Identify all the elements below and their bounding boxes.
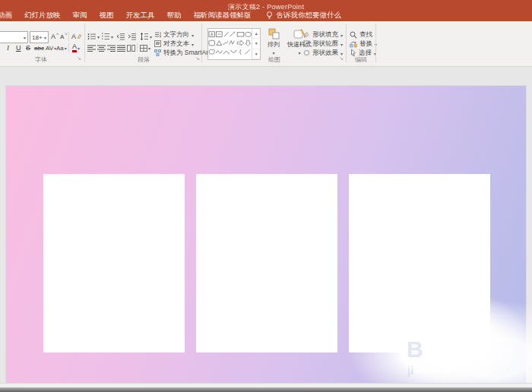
bullet-list-icon	[87, 33, 97, 40]
arrange-icon	[268, 28, 280, 40]
clear-formatting-button[interactable]: A	[71, 31, 82, 42]
dropdown-icon	[78, 44, 80, 52]
columns-button[interactable]	[127, 43, 135, 53]
eraser-icon	[77, 33, 82, 40]
grow-font-button[interactable]: A˄	[51, 31, 59, 42]
divider	[137, 43, 138, 52]
arrange-button[interactable]: 排列	[264, 28, 283, 56]
drawing-group-label: 绘图	[203, 55, 346, 64]
text-direction-label: 文字方向	[163, 30, 189, 40]
strikethrough-glyph: S	[26, 44, 30, 52]
replace-icon	[350, 40, 357, 48]
tab-review[interactable]: 审阅	[67, 11, 93, 21]
shrink-font-glyph: A	[60, 33, 64, 40]
character-spacing-button[interactable]: AV	[46, 43, 56, 53]
add-remove-columns-button[interactable]	[140, 43, 150, 53]
dropdown-icon	[192, 31, 194, 39]
tell-me-label: 告诉我你想要做什么	[277, 11, 342, 21]
align-text-label: 对齐文本	[163, 40, 189, 49]
tab-foxit[interactable]: 福昕阅读器领鲜版	[188, 11, 258, 21]
group-divider	[375, 24, 376, 62]
text-shadow-button[interactable]: abc	[34, 43, 44, 53]
shrink-font-button[interactable]: A˅	[60, 31, 68, 42]
dropdown-icon	[340, 40, 343, 48]
scroll-down-icon[interactable]: ▼	[252, 39, 260, 49]
ribbon: 18+ A˄ A˅ A I U S abc AV	[0, 21, 532, 67]
shape-outline-icon	[303, 40, 310, 47]
bullets-button[interactable]	[87, 31, 100, 42]
shape-outline-button[interactable]: 形状轮廓	[303, 40, 343, 48]
decrease-indent-button[interactable]	[116, 31, 125, 42]
shape-outline-label: 形状轮廓	[312, 40, 338, 49]
align-text-button[interactable]: 对齐文本	[154, 40, 194, 48]
align-right-button[interactable]	[107, 43, 116, 53]
columns-icon	[127, 45, 135, 52]
tell-me-box[interactable]: 告诉我你想要做什么	[265, 11, 342, 21]
find-label: 查找	[359, 30, 372, 40]
font-color-button[interactable]: A	[72, 43, 80, 53]
paragraph-group-label: 段落	[86, 55, 201, 64]
title-bar: 演示文稿2 - PowerPoint 动画 幻灯片放映 审阅 视图 开发工具 帮…	[0, 0, 532, 21]
change-case-button[interactable]: Aa	[56, 43, 67, 53]
tab-help[interactable]: 帮助	[161, 11, 188, 21]
replace-button[interactable]: 替换	[350, 40, 377, 48]
text-direction-icon	[154, 31, 161, 38]
tab-slideshow[interactable]: 幻灯片放映	[18, 11, 67, 21]
strikethrough-button[interactable]: S	[26, 43, 30, 53]
clear-formatting-glyph: A	[71, 33, 76, 40]
align-center-icon	[97, 45, 106, 52]
slide-card-3[interactable]	[349, 174, 490, 352]
align-left-button[interactable]	[87, 43, 96, 53]
shape-fill-button[interactable]: 形状填充	[303, 30, 343, 39]
increase-indent-button[interactable]	[128, 31, 137, 42]
align-center-button[interactable]	[97, 43, 106, 53]
find-button[interactable]: 查找	[350, 30, 372, 39]
spacing-glyph: AV	[46, 45, 53, 52]
slide-canvas[interactable]	[6, 86, 526, 383]
divider	[68, 43, 69, 52]
underline-glyph: U	[16, 44, 21, 52]
editing-group-label: 编辑	[346, 55, 376, 64]
lightbulb-icon	[265, 11, 274, 20]
abc-glyph: abc	[34, 45, 44, 52]
font-size-value: 18+	[32, 34, 43, 41]
shape-fill-icon	[303, 31, 310, 38]
group-divider	[201, 24, 202, 62]
scroll-up-icon[interactable]: ▲	[252, 29, 260, 39]
tab-view[interactable]: 视图	[93, 11, 120, 21]
dropdown-icon	[97, 33, 100, 40]
drawing-dialog-launcher-icon[interactable]: ↘	[339, 55, 344, 62]
font-dialog-launcher-icon[interactable]: ↘	[77, 55, 81, 62]
grid-icon	[140, 45, 147, 52]
dropdown-icon	[192, 40, 194, 48]
numbered-list-icon	[101, 33, 110, 40]
tab-animation[interactable]: 动画	[0, 11, 18, 21]
font-size-combo[interactable]: 18+	[30, 31, 49, 43]
italic-button[interactable]: I	[7, 43, 9, 53]
justify-button[interactable]	[117, 43, 125, 53]
underline-button[interactable]: U	[16, 43, 21, 53]
dropdown-icon	[111, 33, 113, 40]
slide-card-2[interactable]	[196, 174, 337, 352]
line-spacing-button[interactable]	[140, 31, 152, 42]
dropdown-icon	[150, 33, 152, 40]
divider	[68, 32, 69, 41]
dropdown-icon	[24, 33, 26, 41]
ribbon-tab-row: 动画 幻灯片放映 审阅 视图 开发工具 帮助 福昕阅读器领鲜版 告诉我你想要做什…	[0, 10, 341, 21]
dropdown-icon	[65, 45, 67, 52]
tab-developer[interactable]: 开发工具	[120, 11, 161, 21]
numbering-button[interactable]	[101, 31, 113, 42]
shapes-gallery-scrollbar[interactable]: ▲ ▼ ▼	[252, 29, 260, 59]
powerpoint-window: 演示文稿2 - PowerPoint 动画 幻灯片放映 审阅 视图 开发工具 帮…	[0, 0, 532, 392]
arrange-label: 排列	[268, 40, 280, 49]
justify-icon	[117, 45, 125, 52]
italic-glyph: I	[7, 44, 9, 52]
align-left-icon	[87, 45, 96, 52]
paragraph-dialog-launcher-icon[interactable]: ↘	[195, 55, 200, 62]
shapes-gallery-icons	[208, 29, 252, 59]
font-name-combo[interactable]	[0, 31, 28, 43]
font-group-label: 字体	[0, 55, 82, 64]
text-direction-button[interactable]: 文字方向	[154, 30, 194, 39]
group-divider	[84, 24, 85, 62]
slide-card-1[interactable]	[43, 174, 185, 352]
